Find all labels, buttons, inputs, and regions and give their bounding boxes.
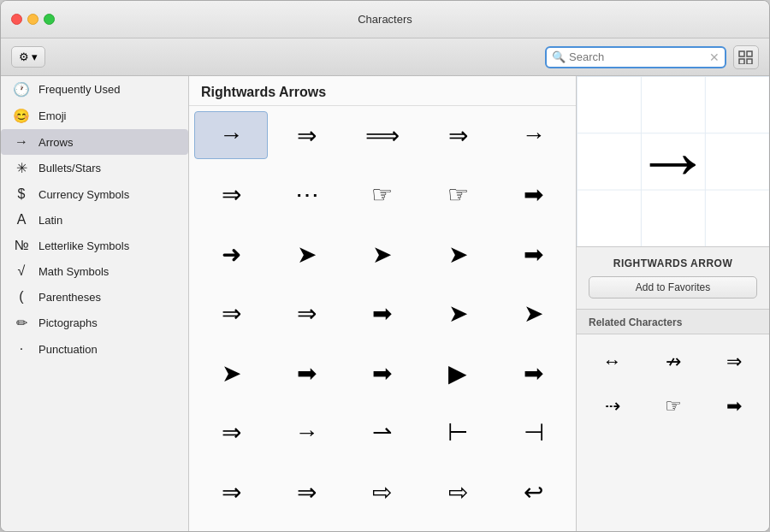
char-grid-header: Rightwards Arrows	[189, 76, 576, 106]
math-symbols-icon: √	[13, 263, 30, 279]
char-cell[interactable]: ⋯	[270, 171, 343, 219]
main-content: 🕐Frequently Used😊Emoji→Arrows✳Bullets/St…	[1, 76, 769, 531]
char-cell[interactable]: ⇒	[194, 468, 268, 516]
sidebar: 🕐Frequently Used😊Emoji→Arrows✳Bullets/St…	[1, 76, 189, 531]
char-cell[interactable]: ➤	[346, 230, 419, 278]
emoji-icon: 😊	[13, 108, 30, 124]
svg-rect-1	[747, 51, 752, 56]
sidebar-item-label: Emoji	[38, 109, 67, 122]
dropdown-arrow-icon: ▾	[32, 50, 38, 63]
char-cell[interactable]: ➡	[497, 230, 571, 278]
add-to-favorites-button[interactable]: Add to Favorites	[589, 276, 757, 299]
parentheses-icon: (	[13, 289, 30, 304]
char-cell[interactable]: ➜	[194, 230, 268, 278]
char-cell[interactable]: ➤	[270, 230, 343, 278]
char-cell[interactable]: ➡	[497, 171, 571, 219]
char-cell[interactable]: ⇒	[194, 290, 268, 338]
char-grid: →⇒⟹⇒→⇒⋯☞☞➡➜➤➤➤➡⇒⇒➡➤➤➤➡➡▶➡⇒→⇀⊢⊣⇒⇒⇨⇨↩	[189, 106, 576, 531]
char-cell[interactable]: ➤	[497, 290, 571, 338]
sidebar-item-label: Bullets/Stars	[38, 162, 101, 174]
char-cell[interactable]: ⇨	[421, 468, 495, 516]
sidebar-item-pictographs[interactable]: ✏Pictographs	[1, 310, 188, 336]
sidebar-item-label: Parentheses	[38, 291, 101, 304]
char-cell[interactable]: ⇒	[270, 290, 343, 338]
sidebar-item-label: Arrows	[38, 136, 73, 149]
char-cell[interactable]: ⟹	[346, 111, 419, 159]
sidebar-item-label: Pictographs	[38, 316, 98, 329]
arrows-icon: →	[13, 134, 30, 150]
char-cell[interactable]: ⇒	[194, 171, 268, 219]
gear-button[interactable]: ⚙ ▾	[11, 46, 45, 68]
minimize-button[interactable]	[27, 14, 38, 25]
char-cell[interactable]: ➡	[346, 290, 419, 338]
currency-symbols-icon: $	[13, 186, 30, 202]
char-cell[interactable]: ⇒	[270, 468, 343, 516]
char-cell[interactable]: ⊢	[421, 409, 495, 457]
char-cell[interactable]: ⇒	[270, 111, 343, 159]
char-cell[interactable]: ☞	[346, 171, 419, 219]
detail-panel: → RIGHTWARDS ARROW Add to Favorites Rela…	[577, 76, 769, 531]
letterlike-symbols-icon: №	[13, 238, 30, 253]
sidebar-item-arrows[interactable]: →Arrows	[1, 129, 188, 155]
clear-search-icon[interactable]: ✕	[709, 50, 720, 64]
char-cell[interactable]: ↩	[497, 468, 571, 516]
window-title: Characters	[358, 13, 412, 26]
related-char-cell[interactable]: ⇢	[583, 386, 641, 427]
sidebar-item-label: Math Symbols	[38, 265, 109, 278]
sidebar-item-label: Currency Symbols	[38, 188, 129, 201]
char-cell[interactable]: ⇨	[346, 468, 419, 516]
sidebar-item-currency-symbols[interactable]: $Currency Symbols	[1, 181, 188, 207]
related-chars-section: Related Characters ↔↛⇒⇢☞➡	[577, 310, 769, 531]
related-char-cell[interactable]: ⇒	[705, 341, 762, 382]
sidebar-item-parentheses[interactable]: (Parentheses	[1, 284, 188, 310]
char-cell[interactable]: →	[270, 409, 343, 457]
related-char-cell[interactable]: ➡	[705, 386, 762, 427]
char-cell[interactable]: ➤	[421, 290, 495, 338]
traffic-lights	[11, 14, 55, 25]
char-cell[interactable]: ⇀	[346, 409, 419, 457]
sidebar-item-label: Frequently Used	[38, 83, 120, 96]
char-cell[interactable]: ➡	[270, 349, 343, 397]
char-cell[interactable]: ➤	[194, 349, 268, 397]
sidebar-item-letterlike-symbols[interactable]: №Letterlike Symbols	[1, 233, 188, 258]
sidebar-item-label: Punctuation	[38, 343, 98, 356]
bullets-stars-icon: ✳	[13, 160, 30, 176]
char-cell[interactable]: →	[497, 111, 571, 159]
svg-rect-2	[739, 59, 744, 64]
maximize-button[interactable]	[44, 14, 55, 25]
char-cell[interactable]: ➡	[346, 349, 419, 397]
grid-view-button[interactable]	[733, 45, 759, 69]
grid-icon-svg	[738, 50, 754, 64]
char-cell[interactable]: ⊣	[497, 409, 571, 457]
char-cell[interactable]: ⇒	[194, 409, 268, 457]
sidebar-item-frequently-used[interactable]: 🕐Frequently Used	[1, 76, 188, 103]
svg-rect-3	[747, 59, 752, 64]
sidebar-item-punctuation[interactable]: ·Punctuation	[1, 336, 188, 362]
pictographs-icon: ✏	[13, 315, 30, 331]
char-name: RIGHTWARDS ARROW	[589, 257, 757, 269]
search-input[interactable]	[569, 50, 706, 63]
char-preview: →	[577, 76, 769, 247]
related-char-cell[interactable]: ↔	[583, 341, 641, 382]
titlebar: Characters	[1, 1, 769, 38]
char-grid-area: Rightwards Arrows →⇒⟹⇒→⇒⋯☞☞➡➜➤➤➤➡⇒⇒➡➤➤➤➡…	[189, 76, 577, 531]
char-info: RIGHTWARDS ARROW Add to Favorites	[577, 247, 769, 310]
char-cell[interactable]: ⇒	[421, 111, 495, 159]
sidebar-item-latin[interactable]: ALatin	[1, 207, 188, 233]
sidebar-item-label: Latin	[38, 214, 62, 227]
toolbar: ⚙ ▾ 🔍 ✕	[1, 38, 769, 76]
char-cell[interactable]: ☞	[421, 171, 495, 219]
sidebar-item-emoji[interactable]: 😊Emoji	[1, 103, 188, 129]
related-char-cell[interactable]: ☞	[644, 386, 702, 427]
sidebar-item-math-symbols[interactable]: √Math Symbols	[1, 258, 188, 284]
search-box[interactable]: 🔍 ✕	[545, 46, 726, 68]
gear-icon: ⚙	[19, 50, 29, 63]
char-cell[interactable]: →	[194, 111, 268, 159]
char-cell[interactable]: ➤	[421, 230, 495, 278]
related-char-cell[interactable]: ↛	[644, 341, 702, 382]
punctuation-icon: ·	[13, 341, 30, 357]
close-button[interactable]	[11, 14, 22, 25]
char-cell[interactable]: ▶	[421, 349, 495, 397]
sidebar-item-bullets-stars[interactable]: ✳Bullets/Stars	[1, 155, 188, 181]
char-cell[interactable]: ➡	[497, 349, 571, 397]
